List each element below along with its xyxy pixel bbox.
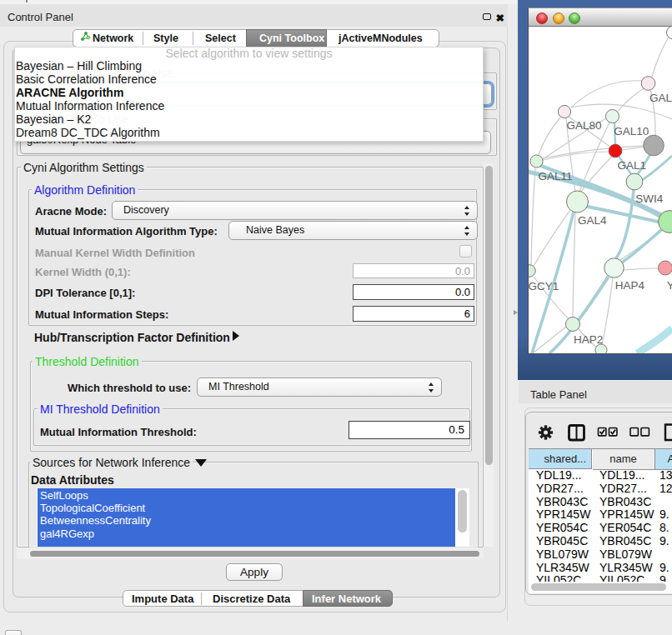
svg-text:HAP2: HAP2 bbox=[574, 333, 603, 346]
svg-text:GAL80: GAL80 bbox=[567, 119, 602, 132]
svg-text:GAL2: GAL2 bbox=[649, 92, 672, 104]
svg-text:GAL11: GAL11 bbox=[538, 170, 572, 182]
svg-text:Y: Y bbox=[667, 279, 672, 292]
svg-text:HAP4: HAP4 bbox=[615, 279, 645, 292]
svg-text:GAL10: GAL10 bbox=[614, 125, 649, 138]
svg-text:GCY1: GCY1 bbox=[529, 280, 559, 292]
svg-text:GAL1: GAL1 bbox=[618, 159, 647, 172]
svg-text:GAL4: GAL4 bbox=[578, 214, 607, 227]
svg-text:SWI4: SWI4 bbox=[635, 192, 663, 205]
